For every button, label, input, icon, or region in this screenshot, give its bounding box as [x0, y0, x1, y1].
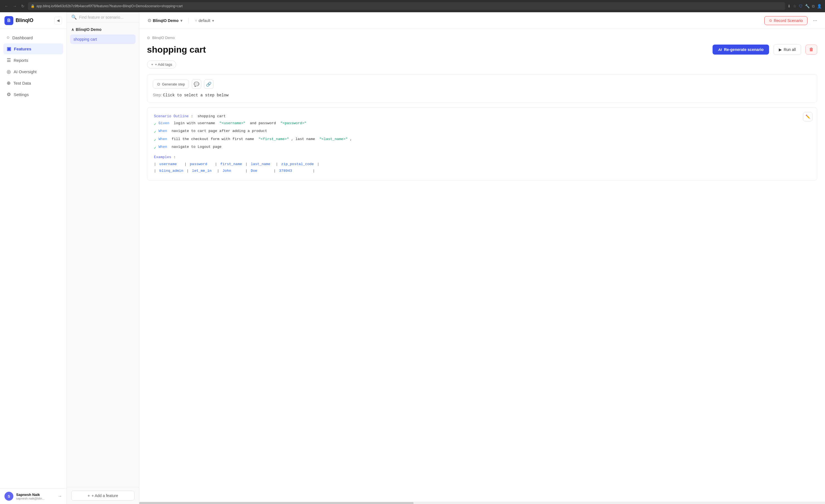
step-str-lastname: "<last_name>"	[319, 136, 348, 143]
url-bar[interactable]: 🔒 app.blinq.io/66e63c62b7c9fb4aecef0f78/…	[28, 2, 785, 10]
branch-selector[interactable]: ⑂ default ▾	[192, 17, 217, 24]
table-val-firstname: John	[219, 168, 245, 174]
run-all-label: Run all	[783, 47, 796, 52]
generate-step-label: Generate step	[162, 82, 185, 86]
logout-button[interactable]: →	[58, 494, 62, 499]
download-icon[interactable]: ⬇	[788, 4, 791, 8]
sidebar-item-label: Settings	[14, 92, 29, 97]
top-bar: ⊙ BlinqIO Demo ▾ ⑂ default ▾ ⊙ Record Sc…	[139, 12, 825, 29]
plus-icon: +	[88, 493, 90, 498]
feature-group-header[interactable]: ∧ BlinqIO Demo	[70, 25, 136, 33]
table-val-password: let_me_in	[189, 168, 217, 174]
logo-text: BlinqIO	[16, 17, 33, 23]
user-email: sapnesh.naik@blin...	[16, 497, 55, 500]
extensions-icon[interactable]: ⧉	[812, 4, 815, 9]
scenario-card: ✏️ Scenario Outline : shopping cart ✓ Gi…	[147, 107, 817, 181]
sidebar-item-label: Test Data	[13, 81, 31, 85]
sidebar-item-label: AI Oversight	[14, 69, 37, 74]
step-instruction: Step: Click to select a step below	[153, 93, 811, 97]
scenario-step-3: ✓ When fill the checkout form with first…	[154, 136, 810, 144]
feature-list: ∧ BlinqIO Demo shopping cart	[67, 22, 139, 487]
table-col-zip: zip_postal_code	[278, 161, 317, 168]
sidebar-item-ai-oversight[interactable]: ◎ AI Oversight	[3, 66, 63, 77]
divider	[189, 18, 189, 23]
sidebar-header: B BlinqIO ◀	[0, 12, 67, 29]
step-str-username: "<username>"	[219, 120, 245, 127]
pencil-icon: ✏️	[806, 115, 810, 119]
back-button[interactable]: ←	[3, 3, 9, 9]
scroll-thumb[interactable]	[139, 502, 414, 504]
trash-icon: 🗑	[809, 47, 814, 52]
app-container: B BlinqIO ◀ ○ Dashboard ▣ Features ☰ Rep…	[0, 12, 825, 504]
shield-icon[interactable]: 🛡	[799, 4, 803, 8]
step-code: Click to select a step below	[163, 93, 229, 97]
sidebar-footer: S Sapnesh Naik sapnesh.naik@blin... →	[0, 488, 67, 504]
scenario-edit-button[interactable]: ✏️	[803, 112, 813, 122]
chat-button[interactable]: 💬	[192, 79, 201, 89]
generate-step-button[interactable]: ⊙ Generate step	[153, 80, 189, 88]
feature-panel: 🔍 ∧ BlinqIO Demo shopping cart + + Add a…	[67, 12, 139, 504]
keyword-when-3: When	[158, 136, 167, 143]
horizontal-scrollbar[interactable]	[139, 502, 825, 504]
feature-item-shopping-cart[interactable]: shopping cart	[70, 34, 136, 44]
breadcrumb-text: BlinqIO Demo	[152, 35, 175, 40]
table-header-row: | username | password | first_name | las…	[154, 161, 810, 168]
check-icon-4: ✓	[154, 144, 156, 152]
sidebar-item-features[interactable]: ▣ Features	[3, 44, 63, 54]
reports-icon: ☰	[7, 57, 11, 63]
sidebar-collapse-button[interactable]: ◀	[54, 17, 62, 24]
sidebar-item-test-data[interactable]: ⊕ Test Data	[3, 78, 63, 88]
dashboard-icon: ○	[7, 35, 9, 41]
step-text-1a: login with username	[171, 120, 217, 127]
keyword-when-4: When	[158, 144, 167, 151]
plus-icon: +	[151, 62, 153, 67]
generate-step-icon: ⊙	[157, 82, 160, 86]
user-name: Sapnesh Naik	[16, 493, 55, 497]
project-selector[interactable]: ⊙ BlinqIO Demo ▾	[145, 16, 185, 25]
regenerate-scenario-button[interactable]: AI Re-generate scenario	[712, 45, 769, 55]
breadcrumb-icon: ⊙	[147, 35, 150, 40]
breadcrumb: ⊙ BlinqIO Demo	[147, 35, 817, 40]
chat-icon: 💬	[194, 82, 199, 87]
table-val-lastname: Doe	[247, 168, 274, 174]
search-icon: 🔍	[71, 14, 77, 20]
ai-oversight-icon: ◎	[7, 69, 11, 75]
reload-button[interactable]: ↻	[20, 3, 25, 9]
extension-icon[interactable]: 🔧	[805, 4, 810, 8]
step-text-2: navigate to cart page after adding a pro…	[169, 128, 267, 135]
sidebar-item-reports[interactable]: ☰ Reports	[3, 55, 63, 66]
scenario-outline-line: Scenario Outline : shopping cart	[154, 113, 810, 120]
scenario-step-1: ✓ Given login with username "<username>"…	[154, 120, 810, 128]
delete-button[interactable]: 🗑	[806, 45, 817, 55]
branch-icon: ⑂	[195, 18, 197, 23]
sidebar-item-label: Dashboard	[12, 35, 32, 40]
forward-button[interactable]: →	[12, 3, 18, 9]
feature-panel-footer: + + Add a feature	[67, 487, 139, 504]
scenario-outline-keyword: Scenario Outline	[154, 113, 189, 120]
branch-name: default	[199, 18, 210, 23]
link-button[interactable]: 🔗	[204, 79, 214, 89]
record-scenario-button[interactable]: ⊙ Record Scenario	[764, 16, 808, 25]
run-all-button[interactable]: ▶ Run all	[773, 44, 801, 55]
chevron-down-icon: ▾	[180, 18, 182, 23]
page-header: shopping cart AI Re-generate scenario ▶ …	[147, 44, 817, 55]
sidebar-item-settings[interactable]: ⚙ Settings	[3, 89, 63, 100]
profile-icon[interactable]: 👤	[817, 4, 822, 8]
user-avatar: S	[4, 492, 13, 501]
add-tags-button[interactable]: + + Add tags	[147, 60, 176, 69]
user-info: Sapnesh Naik sapnesh.naik@blin...	[16, 493, 55, 500]
feature-group-name: BlinqIO Demo	[76, 27, 101, 32]
features-icon: ▣	[7, 46, 11, 52]
browser-chrome: ← → ↻ 🔒 app.blinq.io/66e63c62b7c9fb4aece…	[0, 0, 825, 12]
add-tag-label: + Add tags	[155, 62, 172, 67]
more-options-button[interactable]: ···	[811, 16, 819, 24]
table-col-username: username	[156, 161, 184, 168]
browser-actions: ⬇ ☆ 🛡 🔧 ⧉ 👤	[788, 4, 822, 9]
search-input[interactable]	[79, 15, 135, 19]
step-text-4: navigate to Logout page	[169, 144, 222, 151]
add-feature-button[interactable]: + + Add a feature	[71, 491, 135, 501]
regen-label: Re-generate scenario	[724, 47, 763, 52]
sidebar-item-dashboard[interactable]: ○ Dashboard	[3, 32, 63, 43]
star-icon[interactable]: ☆	[793, 4, 797, 8]
run-icon: ▶	[779, 47, 782, 52]
